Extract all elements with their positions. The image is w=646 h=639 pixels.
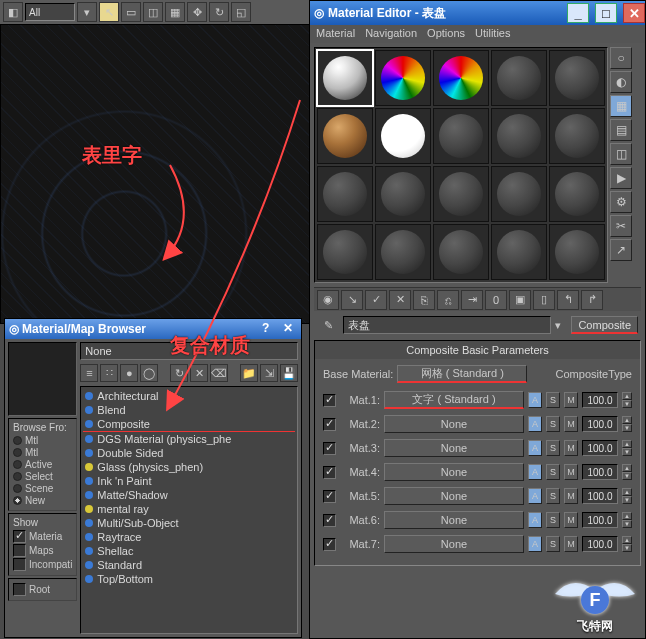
close-button[interactable]: ✕ bbox=[283, 321, 301, 337]
show-check[interactable]: Maps bbox=[13, 544, 72, 557]
material-list-item[interactable]: Standard bbox=[83, 558, 295, 572]
mix-a-button[interactable]: A bbox=[528, 416, 542, 432]
mix-a-button[interactable]: A bbox=[528, 440, 542, 456]
mix-s-button[interactable]: S bbox=[546, 512, 560, 528]
material-slot[interactable] bbox=[317, 224, 373, 280]
mix-s-button[interactable]: S bbox=[546, 416, 560, 432]
material-slot[interactable] bbox=[433, 224, 489, 280]
update-scene-icon[interactable]: ↻ bbox=[170, 364, 188, 382]
put-to-lib-icon[interactable]: ⇥ bbox=[461, 290, 483, 310]
browse-from-radio[interactable]: Active bbox=[13, 459, 72, 470]
mat-amount-spinner[interactable]: 100.0 bbox=[582, 488, 618, 504]
browser-name-field[interactable]: None bbox=[80, 342, 298, 360]
assign-to-sel-icon[interactable]: ✓ bbox=[365, 290, 387, 310]
spinner-arrows[interactable]: ▲▼ bbox=[622, 416, 632, 432]
spinner-arrows[interactable]: ▲▼ bbox=[622, 392, 632, 408]
material-slot[interactable] bbox=[375, 108, 431, 164]
material-slot[interactable] bbox=[491, 166, 547, 222]
material-list-item[interactable]: Architectural bbox=[83, 389, 295, 403]
reset-map-icon[interactable]: ✕ bbox=[389, 290, 411, 310]
mix-s-button[interactable]: S bbox=[546, 440, 560, 456]
pick-from-object-icon[interactable]: ✎ bbox=[317, 316, 339, 334]
move-icon[interactable]: ✥ bbox=[187, 2, 207, 22]
show-check[interactable]: Incompati bbox=[13, 558, 72, 571]
spinner-arrows[interactable]: ▲▼ bbox=[622, 536, 632, 552]
mat-slot-button[interactable]: None bbox=[384, 535, 524, 553]
material-list-item[interactable]: Glass (physics_phen) bbox=[83, 460, 295, 474]
menu-options[interactable]: Options bbox=[427, 27, 465, 41]
mix-a-button[interactable]: A bbox=[528, 464, 542, 480]
browser-titlebar[interactable]: ◎ Material/Map Browser ? ✕ bbox=[5, 319, 301, 339]
delete-from-lib-icon[interactable]: ✕ bbox=[190, 364, 208, 382]
options-icon[interactable]: ⚙ bbox=[610, 191, 632, 213]
material-slot[interactable] bbox=[375, 50, 431, 106]
material-slot[interactable] bbox=[491, 50, 547, 106]
mix-m-button[interactable]: M bbox=[564, 392, 578, 408]
mix-s-button[interactable]: S bbox=[546, 464, 560, 480]
mix-m-button[interactable]: M bbox=[564, 536, 578, 552]
rollout-header[interactable]: Composite Basic Parameters bbox=[315, 341, 640, 359]
material-list-item[interactable]: Multi/Sub-Object bbox=[83, 516, 295, 530]
make-unique-icon[interactable]: ⎌ bbox=[437, 290, 459, 310]
mat-enable-check[interactable] bbox=[323, 490, 336, 503]
name-dropdown-icon[interactable]: ▾ bbox=[555, 319, 567, 332]
material-slot[interactable] bbox=[317, 108, 373, 164]
mat-slot-button[interactable]: None bbox=[384, 463, 524, 481]
browse-from-radio[interactable]: Mtl bbox=[13, 447, 72, 458]
material-list-item[interactable]: mental ray bbox=[83, 502, 295, 516]
make-preview-icon[interactable]: ▶ bbox=[610, 167, 632, 189]
help-button[interactable]: ? bbox=[262, 321, 280, 337]
select-crossing-icon[interactable]: ▦ bbox=[165, 2, 185, 22]
mat-enable-check[interactable] bbox=[323, 394, 336, 407]
material-slot[interactable] bbox=[433, 166, 489, 222]
pick-icon[interactable]: ▾ bbox=[77, 2, 97, 22]
selection-filter-combo[interactable]: All bbox=[25, 3, 75, 21]
view-large-icon[interactable]: ◯ bbox=[140, 364, 158, 382]
minimize-button[interactable]: _ bbox=[567, 3, 589, 23]
base-material-button[interactable]: 网格 ( Standard ) bbox=[397, 365, 527, 383]
browse-from-radio[interactable]: Select bbox=[13, 471, 72, 482]
sample-type-icon[interactable]: ○ bbox=[610, 47, 632, 69]
background-icon[interactable]: ▦ bbox=[610, 95, 632, 117]
view-icons-icon[interactable]: ● bbox=[120, 364, 138, 382]
mix-m-button[interactable]: M bbox=[564, 488, 578, 504]
show-end-icon[interactable]: ▯ bbox=[533, 290, 555, 310]
material-list-item[interactable]: Composite bbox=[83, 417, 295, 432]
tool-icon[interactable]: ◧ bbox=[3, 2, 23, 22]
material-slot[interactable] bbox=[491, 108, 547, 164]
mat-enable-check[interactable] bbox=[323, 418, 336, 431]
menu-utilities[interactable]: Utilities bbox=[475, 27, 510, 41]
mix-m-button[interactable]: M bbox=[564, 416, 578, 432]
mat-amount-spinner[interactable]: 100.0 bbox=[582, 392, 618, 408]
mat-slot-button[interactable]: None bbox=[384, 487, 524, 505]
go-sibling-icon[interactable]: ↱ bbox=[581, 290, 603, 310]
clear-lib-icon[interactable]: ⌫ bbox=[210, 364, 228, 382]
mat-slot-button[interactable]: None bbox=[384, 415, 524, 433]
select-window-icon[interactable]: ◫ bbox=[143, 2, 163, 22]
composite-type-label[interactable]: CompositeType bbox=[531, 368, 632, 380]
mix-m-button[interactable]: M bbox=[564, 440, 578, 456]
browse-from-radio[interactable]: Scene bbox=[13, 483, 72, 494]
mat-amount-spinner[interactable]: 100.0 bbox=[582, 536, 618, 552]
mat-amount-spinner[interactable]: 100.0 bbox=[582, 464, 618, 480]
browse-from-radio[interactable]: Mtl bbox=[13, 435, 72, 446]
mix-s-button[interactable]: S bbox=[546, 392, 560, 408]
rotate-icon[interactable]: ↻ bbox=[209, 2, 229, 22]
mat-enable-check[interactable] bbox=[323, 538, 336, 551]
show-check[interactable]: Materia bbox=[13, 530, 72, 543]
material-name-field[interactable]: 表盘 bbox=[343, 316, 551, 334]
put-to-scene-icon[interactable]: ↘ bbox=[341, 290, 363, 310]
material-slot[interactable] bbox=[317, 166, 373, 222]
video-color-icon[interactable]: ◫ bbox=[610, 143, 632, 165]
get-material-icon[interactable]: ◉ bbox=[317, 290, 339, 310]
material-slot[interactable] bbox=[549, 108, 605, 164]
mix-s-button[interactable]: S bbox=[546, 536, 560, 552]
mix-a-button[interactable]: A bbox=[528, 536, 542, 552]
menu-material[interactable]: Material bbox=[316, 27, 355, 41]
scale-icon[interactable]: ◱ bbox=[231, 2, 251, 22]
maximize-button[interactable]: □ bbox=[595, 3, 617, 23]
material-list-item[interactable]: DGS Material (physics_phe bbox=[83, 432, 295, 446]
material-editor-titlebar[interactable]: ◎ Material Editor - 表盘 _ □ ✕ bbox=[310, 1, 645, 25]
material-slot[interactable] bbox=[549, 166, 605, 222]
material-type-button[interactable]: Composite bbox=[571, 316, 638, 334]
